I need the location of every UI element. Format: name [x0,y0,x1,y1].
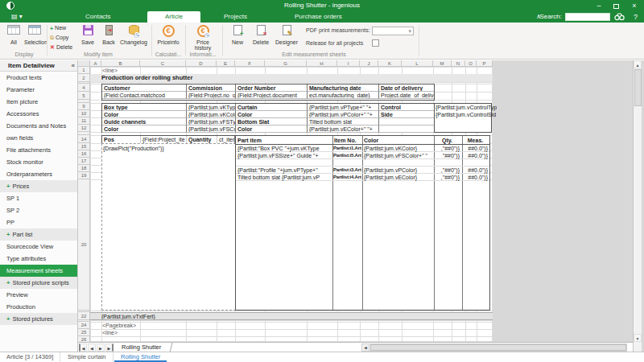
col-letter[interactable]: L [402,60,433,66]
scroll-left-icon[interactable]: ◀ [362,344,369,351]
spreadsheet[interactable]: A B C D E F G H I J K L M N O P 1 2 [78,60,493,342]
grid-cell[interactable] [379,125,434,133]
row-number[interactable]: 19 [78,172,89,179]
row-number[interactable]: 22 [78,312,89,320]
grid-cell[interactable]: {Partlist:jum.vPType+" "+ [308,104,379,111]
grid-cell[interactable]: {Partlist:jum.vFSColor+" " [364,152,433,159]
sidebar-item-file-attachments[interactable]: File attachments [0,144,77,156]
grid-cell[interactable]: Partlist:i5.ArtNr} [333,152,361,159]
row-number[interactable]: 20 [78,179,89,311]
grid-cell[interactable]: {DrawPict("Production")} [103,145,164,152]
all-button[interactable]: All [3,24,24,51]
grid-cell[interactable]: Commission [187,84,236,92]
grid-cell[interactable]: Curtain [236,104,308,111]
col-letter[interactable]: C [140,60,186,66]
grid-cell[interactable]: {Partlist:jum.vKColor} [364,145,433,152]
scroll-up-icon[interactable]: ▲ [634,60,642,68]
nav-next-sheet-button[interactable]: ▶ [97,343,105,352]
row-number[interactable]: 17 [78,158,89,165]
sidebar-item-item-picture[interactable]: Item picture [0,96,77,108]
grid-cell[interactable]: {Partlist:jum.vControlTyp [436,104,497,111]
row-number[interactable]: 11 [78,117,89,125]
tab-purchase-orders[interactable]: Purchase orders [287,11,350,23]
sidebar-item-sp1[interactable]: SP 1 [0,192,77,204]
binoculars-icon[interactable] [614,13,625,21]
row-number[interactable]: 12 [78,125,89,132]
grid-cell[interactable]: ##0.0")} [462,152,488,159]
save-button[interactable]: Save [77,24,98,51]
nav-last-sheet-button[interactable]: ▶ [105,343,114,352]
row-number[interactable]: 4 [78,84,89,92]
nav-first-sheet-button[interactable]: ◀ [79,343,87,352]
status-tab-article[interactable]: Article [3 / 14369] [0,352,60,362]
sidebar-item-documents-and-notes[interactable]: Documents and Notes [0,120,77,132]
grid-cell[interactable]: Partlist:i3.ArtNr} [333,167,361,174]
col-letter[interactable]: K [378,60,402,66]
tab-projects[interactable]: Projects [216,11,255,23]
grid-cell[interactable]: Project.date_of_delivery} [379,92,434,99]
row-number[interactable]: 25 [78,329,89,336]
col-letter[interactable]: H [307,60,337,66]
sidebar-item-preview[interactable]: Preview [0,289,77,301]
col-letter[interactable]: E [217,60,235,66]
row-number[interactable]: 1 [78,67,89,74]
grid-cell[interactable]: Color [364,137,378,144]
sidebar-item-accessories[interactable]: Accessories [0,108,77,120]
grid-cell[interactable]: Date of delivery [379,84,434,92]
grid-cell[interactable]: {Field:Contact.matchcod [102,92,187,99]
row-number[interactable]: 15 [78,143,89,150]
tab-article[interactable]: Article [147,11,200,23]
sidebar-item-stock-monitor[interactable]: Stock monitor [0,156,77,168]
col-letter[interactable]: M [433,60,452,66]
col-letter[interactable]: O [465,60,477,66]
copy-item-button[interactable]: ⧉Copy [50,35,68,43]
horizontal-scroll-thumb[interactable] [370,344,626,351]
grid-cell[interactable]: Tilted bottom slat {Partlist:jum.vP [237,174,332,181]
row-number[interactable]: 2 [78,74,89,82]
priceinfo-button[interactable]: €Priceinfo [155,24,182,51]
grid-cell[interactable]: ##0.0")} [462,167,488,174]
grid-cell[interactable]: Order Number [236,84,308,92]
col-letter[interactable]: P [477,60,493,66]
designer-button[interactable]: ✎Designer [274,24,299,51]
sidebar-item-production[interactable]: Production [0,301,77,313]
row-number[interactable]: 10 [78,110,89,117]
grid-cell[interactable]: <line> [102,329,118,336]
grid-cell[interactable]: ,"##0")} [434,174,460,181]
grid-cell[interactable]: Box type [102,104,187,111]
close-button[interactable]: × [628,1,641,10]
grid-cell[interactable]: Meas. [462,137,489,144]
sidebar-group-prices[interactable]: +Prices [0,180,77,192]
delete-sheet-button[interactable]: ×Delete [250,24,272,51]
col-letter[interactable]: D [186,60,217,66]
grid-corner[interactable] [78,60,90,66]
row-number[interactable]: 14 [78,135,89,143]
pdf-print-combobox[interactable]: ▾ [372,27,414,35]
tab-contacts[interactable]: Contacts [77,11,119,23]
back-button[interactable]: Back [98,24,119,51]
sidebar-item-pp[interactable]: PP [0,216,77,228]
sidebar-collapse-icon[interactable]: « [72,60,75,72]
grid-cell[interactable]: Color [102,125,187,133]
sidebar-group-stored-picture-scripts[interactable]: +Stored picture scripts [0,277,77,289]
grid-cell[interactable]: {Field:Project.no_of_sub [187,92,236,99]
row-number[interactable]: 9 [78,103,89,110]
col-letter[interactable]: I [337,60,360,66]
grid-cell[interactable]: Control [379,104,434,111]
grid-cell[interactable]: ect.manufacturing_date} [308,92,379,99]
grid-cell[interactable] [379,118,434,125]
spec-table[interactable]: Box type {Partlist:jum.vKType+" "+ Curta… [101,103,435,133]
grid-cell[interactable]: {Partlist:jum.vFSColor+" [187,125,236,133]
maximize-button[interactable] [610,1,623,10]
grid-cell[interactable]: {Partlist:jum.vEColor} [364,174,433,181]
grid-cell[interactable]: Qty. [434,137,460,144]
row-number[interactable]: 18 [78,165,89,172]
grid-cell[interactable]: Tilted bottom slat [308,118,379,125]
changelog-button[interactable]: ◷Changelog [119,24,148,51]
row-number[interactable]: 16 [78,150,89,158]
col-letter[interactable]: A [90,60,101,66]
grid-cell[interactable]: {Partlist:jum.vKType+" "+ [187,104,236,111]
sidebar-item-product-texts[interactable]: Product texts [0,72,77,84]
price-history-button[interactable]: €◷Price history [188,24,217,51]
row-number[interactable]: 5 [78,92,89,100]
